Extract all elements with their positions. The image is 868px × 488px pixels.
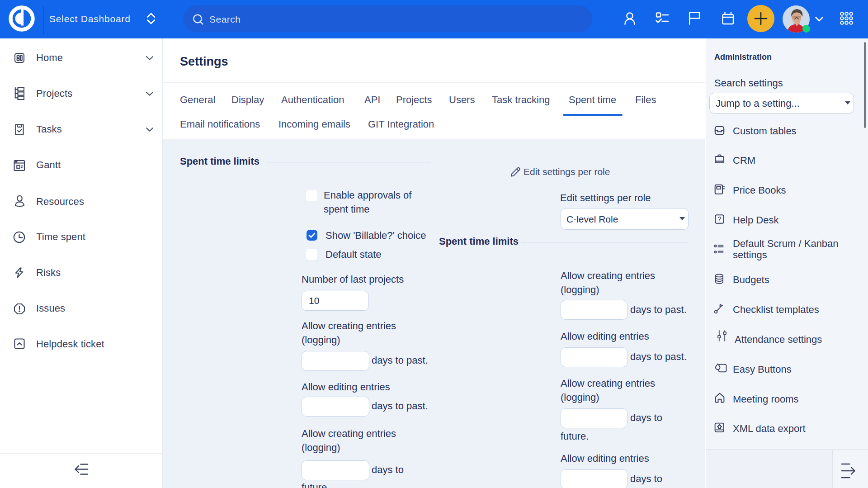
- svg-text:?: ?: [718, 215, 722, 223]
